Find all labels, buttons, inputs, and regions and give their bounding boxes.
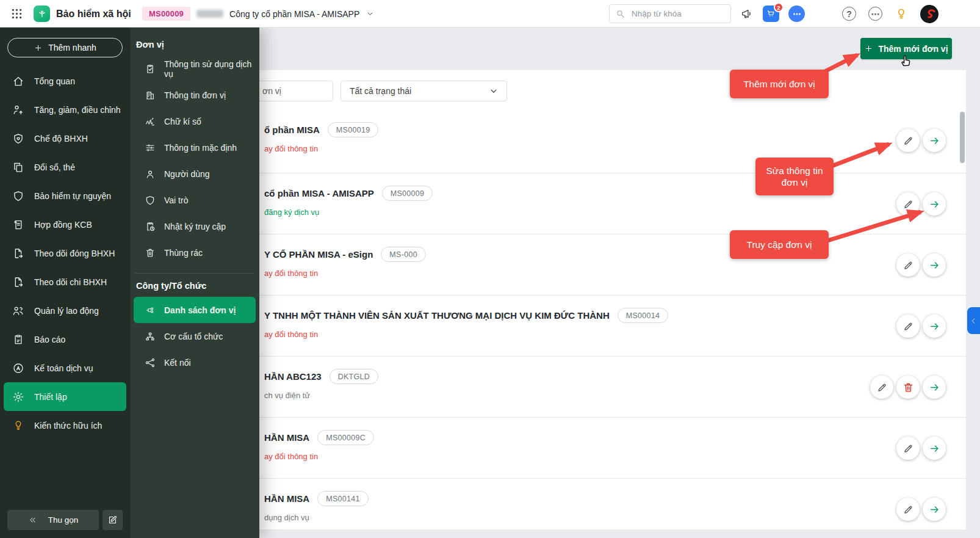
- callout-access-unit: Truy cập đơn vị: [730, 230, 829, 259]
- sidebar-item-label: Bảo hiểm tự nguyện: [34, 191, 111, 201]
- flyout-item-thong-tin-su-dung-dich-vu[interactable]: Thông tin sử dụng dịch vụ: [130, 56, 259, 82]
- scrollbar-thumb[interactable]: [960, 112, 965, 163]
- pencil-icon: [903, 260, 914, 271]
- status-filter-select[interactable]: Tất cả trạng thái: [340, 81, 507, 101]
- sidebar-item-label: Theo dõi đóng BHXH: [34, 249, 115, 258]
- sidebar-item-theo-doi-chi-bhxh[interactable]: Theo dõi chi BHXH: [0, 267, 130, 296]
- sidebar-item-tong-quan[interactable]: Tổng quan: [0, 67, 130, 95]
- flyout-item-label: Nhật ký truy cập: [164, 222, 226, 231]
- user-adjust-icon: [12, 104, 24, 116]
- sidebar-item-hop-dong-kcb[interactable]: Hợp đồng KCB: [0, 210, 130, 239]
- edit-unit-button[interactable]: [896, 192, 920, 216]
- quick-add-label: Thêm nhanh: [48, 43, 96, 53]
- chat-button[interactable]: [788, 0, 805, 27]
- flyout-item-co-cau-to-chuc[interactable]: Cơ cấu tổ chức: [130, 323, 259, 349]
- edit-unit-button[interactable]: [896, 437, 920, 460]
- unit-code-pill: MS00009C: [317, 430, 374, 445]
- edit-unit-button[interactable]: [896, 129, 920, 152]
- unit-code-pill: MS00019: [328, 122, 379, 137]
- collapse-sidebar-button[interactable]: Thu gọn: [7, 510, 99, 530]
- flyout-item-danh-sach-don-vi[interactable]: Danh sách đơn vị: [134, 297, 256, 323]
- sidebar-item-thiet-lap[interactable]: Thiết lập: [4, 382, 126, 411]
- edit-unit-button[interactable]: [896, 253, 920, 277]
- edit-unit-button[interactable]: [870, 376, 893, 399]
- contract-icon: [12, 219, 24, 231]
- flyout-item-thong-tin-don-vi[interactable]: Thông tin đơn vị: [130, 82, 259, 108]
- sidebar-item-label: Đổi sổ, thẻ: [34, 162, 75, 172]
- settings-flyout-panel: Đơn vịThông tin sử dụng dịch vụThông tin…: [130, 27, 259, 538]
- pencil-icon: [903, 198, 914, 210]
- open-unit-button[interactable]: [923, 437, 946, 460]
- unit-status-text: dụng dịch vụ: [264, 513, 309, 522]
- edit-menu-button[interactable]: [103, 510, 123, 530]
- arrow-right-icon: [929, 443, 940, 454]
- search-input[interactable]: [630, 9, 741, 19]
- apps-grid-icon[interactable]: [9, 0, 24, 27]
- flyout-item-vai-tro[interactable]: Vai trò: [130, 187, 259, 213]
- flyout-item-chu-ki-so[interactable]: Chữ kí số: [130, 108, 259, 134]
- more-button[interactable]: ⋯: [868, 0, 882, 27]
- open-unit-button[interactable]: [923, 314, 946, 338]
- add-unit-label: Thêm mới đơn vị: [878, 44, 948, 54]
- unit-row-title: HẦN MISAMS00141: [264, 491, 369, 506]
- open-unit-button[interactable]: [923, 498, 946, 521]
- flyout-item-ket-noi[interactable]: Kết nối: [130, 349, 259, 376]
- unit-list-icon: [145, 305, 156, 316]
- sidebar-item-bao-hiem-tu-nguyen[interactable]: Bảo hiểm tự nguyện: [0, 181, 130, 210]
- global-search: [609, 4, 731, 23]
- arrow-right-icon: [929, 504, 940, 515]
- company-selector[interactable]: MS00009 Công ty cổ phần MISA - AMISAPP: [142, 0, 375, 27]
- unit-name: HẦN MISA: [264, 493, 309, 504]
- help-button[interactable]: ?: [842, 0, 856, 27]
- user-icon: [145, 169, 156, 180]
- flyout-item-thung-rac[interactable]: Thùng rác: [130, 239, 259, 266]
- sidebar-item-label: Thiết lập: [34, 392, 67, 402]
- edit-unit-button[interactable]: [896, 498, 920, 521]
- pencil-icon: [903, 504, 914, 515]
- clipboard-check-icon: [145, 64, 156, 75]
- sidebar-item-doi-so-the[interactable]: Đổi sổ, thẻ: [0, 153, 130, 181]
- sidebar-item-che-do-bhxh[interactable]: Chế độ BHXH: [0, 124, 130, 153]
- sidebar-item-kien-thuc-huu-ich[interactable]: Kiến thức hữu ích: [0, 411, 130, 440]
- avatar: [920, 5, 939, 23]
- delete-unit-button[interactable]: [896, 376, 920, 399]
- sidebar-item-label: Tăng, giảm, điều chỉnh: [34, 105, 121, 115]
- unit-code-pill: DKTGLD: [330, 369, 379, 384]
- edit-square-icon: [107, 515, 118, 525]
- unit-row-title: ổ phần MISAMS00019: [264, 122, 378, 137]
- users-icon: [12, 305, 24, 317]
- shield-heart-icon: [12, 133, 24, 145]
- store-cart-button[interactable]: 2: [763, 0, 779, 27]
- unit-status-text: ay đổi thông tin: [264, 144, 318, 153]
- expand-panel-tab[interactable]: [967, 307, 980, 334]
- quick-add-button[interactable]: Thêm nhanh: [7, 38, 123, 57]
- unit-search-text: ơn vị: [262, 86, 281, 96]
- flyout-item-nhat-ky-truy-cap[interactable]: Nhật ký truy cập: [130, 213, 259, 239]
- user-avatar[interactable]: [920, 0, 939, 27]
- sidebar-item-tang-giam-dieu-chinh[interactable]: Tăng, giảm, điều chỉnh: [0, 95, 130, 124]
- open-unit-button[interactable]: [923, 253, 946, 277]
- flyout-item-nguoi-dung[interactable]: Người dùng: [130, 161, 259, 187]
- sidebar-item-quan-ly-lao-dong[interactable]: Quản lý lao động: [0, 296, 130, 325]
- unit-row-title: cổ phần MISA - AMISAPPMS00009: [264, 186, 433, 201]
- sidebar-item-theo-doi-dong-bhxh[interactable]: Theo dõi đóng BHXH: [0, 239, 130, 267]
- announcement-button[interactable]: [737, 0, 755, 27]
- open-unit-button[interactable]: [923, 129, 946, 152]
- flyout-item-thong-tin-mac-dinh[interactable]: Thông tin mặc định: [130, 134, 259, 161]
- unit-code-pill: MS-000: [381, 247, 426, 262]
- tips-button[interactable]: [892, 0, 910, 27]
- unit-name: ổ phần MISA: [264, 125, 320, 135]
- unit-status-text: ay đổi thông tin: [264, 330, 318, 339]
- connect-icon: [145, 357, 156, 368]
- sidebar-item-ke-toan-dich-vu[interactable]: Kế toán dịch vụ: [0, 354, 130, 382]
- signature-icon: [145, 116, 156, 127]
- arrow-right-icon: [929, 135, 940, 147]
- edit-unit-button[interactable]: [896, 314, 920, 338]
- add-unit-button[interactable]: Thêm mới đơn vị: [860, 38, 952, 59]
- sliders-icon: [145, 142, 156, 153]
- chevron-down-icon: [488, 85, 499, 96]
- sidebar-item-label: Tổng quan: [34, 76, 75, 86]
- open-unit-button[interactable]: [923, 192, 946, 216]
- open-unit-button[interactable]: [923, 376, 946, 399]
- sidebar-item-bao-cao[interactable]: Báo cáo: [0, 325, 130, 354]
